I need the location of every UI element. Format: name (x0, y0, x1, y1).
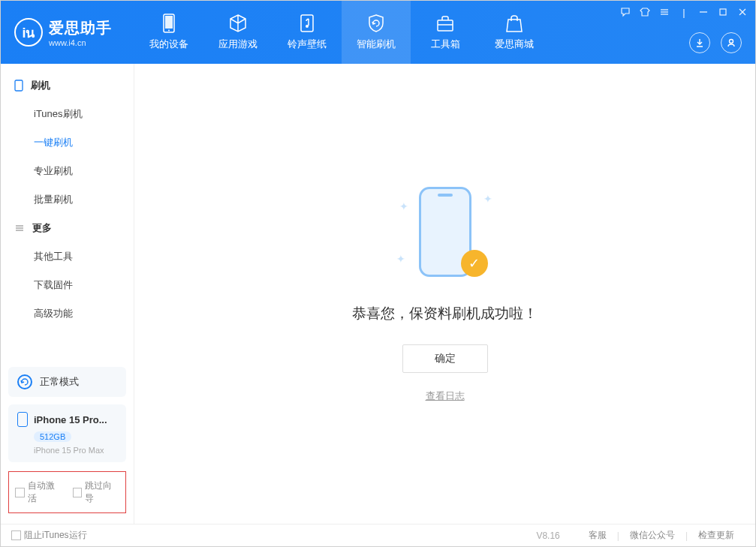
maximize-button[interactable] (716, 5, 730, 19)
wechat-link[interactable]: 微信公众号 (619, 529, 685, 542)
nav-my-device[interactable]: 我的设备 (134, 1, 203, 64)
nav-ringtones[interactable]: 铃声壁纸 (273, 1, 342, 64)
checkmark-badge-icon: ✓ (461, 250, 488, 277)
sidebar-group-flash: 刷机 (1, 71, 134, 100)
menu-icon[interactable] (658, 5, 671, 19)
version-label: V8.16 (536, 530, 559, 541)
svg-rect-1 (165, 16, 173, 29)
music-icon (297, 14, 317, 33)
window-controls: | (619, 5, 749, 19)
nav-label: 应用游戏 (218, 38, 258, 51)
app-title: 爱思助手 (49, 18, 112, 38)
phone-icon (159, 14, 179, 33)
sidebar-group-more: 更多 (1, 214, 134, 242)
device-card[interactable]: iPhone 15 Pro... 512GB iPhone 15 Pro Max (8, 404, 126, 462)
activation-options: 自动激活 跳过向导 (8, 471, 126, 513)
logo-area: iน 爱思助手 www.i4.cn (1, 1, 134, 64)
minimize-button[interactable] (697, 5, 710, 19)
nav-apps-games[interactable]: 应用游戏 (203, 1, 273, 64)
checkbox-icon (15, 488, 25, 497)
svg-point-14 (730, 40, 733, 44)
close-button[interactable] (736, 5, 749, 19)
main-content: ✦ ✦ ✦ ✓ 恭喜您，保资料刷机成功啦！ 确定 查看日志 (134, 64, 755, 524)
refresh-icon (17, 374, 32, 389)
sidebar-item-advanced[interactable]: 高级功能 (1, 299, 134, 328)
nav-label: 工具箱 (431, 38, 460, 51)
device-storage: 512GB (34, 431, 71, 442)
skin-icon[interactable] (638, 5, 652, 19)
nav-flash[interactable]: 智能刷机 (342, 1, 411, 64)
mode-card[interactable]: 正常模式 (8, 367, 126, 397)
device-subtitle: iPhone 15 Pro Max (34, 446, 117, 455)
nav-toolbox[interactable]: 工具箱 (411, 1, 480, 64)
svg-rect-3 (301, 15, 313, 32)
app-url: www.i4.cn (49, 38, 112, 47)
support-link[interactable]: 客服 (578, 529, 617, 542)
checkbox-block-itunes[interactable]: 阻止iTunes运行 (11, 529, 87, 542)
update-link[interactable]: 检查更新 (688, 529, 745, 542)
nav-label: 智能刷机 (357, 38, 396, 51)
svg-rect-5 (438, 20, 453, 31)
app-logo-icon: iน (14, 18, 43, 47)
toolbox-icon (435, 14, 455, 33)
refresh-shield-icon (366, 14, 386, 33)
sidebar-item-pro-flash[interactable]: 专业刷机 (1, 157, 134, 185)
sidebar-item-download-firmware[interactable]: 下载固件 (1, 271, 134, 299)
phone-small-icon (14, 80, 23, 92)
svg-rect-11 (720, 9, 726, 15)
nav-label: 我的设备 (149, 38, 188, 51)
view-log-link[interactable]: 查看日志 (426, 389, 465, 403)
ok-button[interactable]: 确定 (402, 344, 488, 373)
checkbox-skip-wizard[interactable]: 跳过向导 (73, 479, 120, 505)
sparkle-icon: ✦ (399, 200, 408, 212)
device-name: iPhone 15 Pro... (34, 414, 107, 425)
app-header: iน 爱思助手 www.i4.cn 我的设备 应用游戏 铃声壁纸 智能刷机 工具… (1, 1, 755, 64)
nav-store[interactable]: 爱思商城 (480, 1, 549, 64)
bag-icon (505, 14, 524, 33)
checkbox-icon (11, 530, 21, 540)
feedback-icon[interactable] (619, 5, 632, 19)
sidebar-item-batch-flash[interactable]: 批量刷机 (1, 185, 134, 214)
nav-label: 铃声壁纸 (288, 38, 327, 51)
cube-icon (228, 14, 248, 33)
sidebar-item-other-tools[interactable]: 其他工具 (1, 242, 134, 271)
nav-label: 爱思商城 (495, 38, 534, 51)
svg-point-2 (168, 30, 170, 32)
success-message: 恭喜您，保资料刷机成功啦！ (352, 304, 538, 323)
sparkle-icon: ✦ (396, 253, 405, 265)
device-icon (17, 412, 28, 427)
user-button[interactable] (721, 32, 742, 53)
header-actions (689, 32, 742, 53)
download-button[interactable] (689, 32, 710, 53)
sparkle-icon: ✦ (483, 193, 492, 205)
mode-label: 正常模式 (40, 375, 79, 389)
footer: 阻止iTunes运行 V8.16 客服 | 微信公众号 | 检查更新 (1, 524, 755, 546)
svg-rect-15 (15, 80, 23, 91)
separator: | (677, 5, 691, 19)
checkbox-auto-activate[interactable]: 自动激活 (15, 479, 62, 505)
svg-point-4 (306, 25, 309, 28)
more-icon (14, 223, 25, 233)
sidebar: 刷机 iTunes刷机 一键刷机 专业刷机 批量刷机 更多 其他工具 下载固件 … (1, 64, 134, 524)
success-illustration: ✦ ✦ ✦ ✓ (396, 185, 494, 283)
checkbox-icon (73, 488, 83, 497)
sidebar-item-itunes-flash[interactable]: iTunes刷机 (1, 100, 134, 128)
sidebar-item-oneclick-flash[interactable]: 一键刷机 (1, 128, 134, 157)
